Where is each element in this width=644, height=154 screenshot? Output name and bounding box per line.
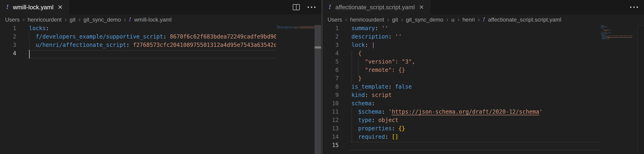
- more-actions-icon[interactable]: [630, 6, 638, 8]
- code-line[interactable]: type: object: [352, 117, 542, 125]
- chevron-separator-icon: ›: [78, 16, 80, 23]
- minimap-line: [276, 28, 314, 30]
- yaml-file-icon: !: [6, 3, 9, 10]
- code-line[interactable]: description: '': [352, 34, 542, 42]
- split-editor-icon[interactable]: [293, 4, 300, 10]
- code-line[interactable]: u/henri/affectionate_script: f2768573cfc…: [29, 42, 276, 50]
- vertical-scrollbar[interactable]: [314, 25, 321, 154]
- line-number-gutter: 1234: [0, 25, 16, 58]
- editor-group-sash[interactable]: [322, 0, 322, 154]
- line-number: 2: [0, 34, 16, 42]
- yaml-file-icon: !: [483, 16, 485, 22]
- line-number: 2: [322, 34, 339, 42]
- code-line[interactable]: is_template: false: [352, 84, 542, 92]
- breadcrumb-item[interactable]: git: [70, 16, 76, 23]
- code-line[interactable]: [29, 50, 276, 58]
- indent-guide: [352, 125, 352, 134]
- tab-label: affectionate_script.script.yaml: [336, 4, 415, 11]
- line-number: 14: [322, 134, 339, 142]
- breadcrumb-item[interactable]: u: [452, 16, 454, 23]
- tab-affectionate-script-yaml[interactable]: ! affectionate_script.script.yaml ✕: [322, 0, 430, 14]
- code-line[interactable]: schema:: [352, 100, 542, 108]
- code-line[interactable]: kind: script: [352, 92, 542, 100]
- indent-guide: [29, 34, 30, 42]
- code-line[interactable]: required: []: [352, 134, 542, 142]
- line-number: 11: [322, 108, 339, 117]
- code-line[interactable]: properties: {}: [352, 125, 542, 134]
- code-line[interactable]: [352, 142, 542, 150]
- code-line[interactable]: }: [352, 75, 542, 84]
- text-cursor: [29, 50, 30, 58]
- code-line[interactable]: lock: |: [352, 42, 542, 50]
- line-number: 1: [322, 25, 339, 34]
- line-number: 4: [322, 50, 339, 58]
- breadcrumb-item[interactable]: henricourdent: [350, 16, 384, 23]
- code-line[interactable]: "version": "3",: [352, 58, 542, 67]
- breadcrumb-item[interactable]: git_sync_demo: [406, 16, 443, 23]
- line-number: 10: [322, 100, 339, 108]
- breadcrumb-file-item[interactable]: wmill-lock.yaml: [134, 16, 172, 23]
- minimap-line: [601, 40, 638, 40]
- code-line[interactable]: f/developers_example/supportive_script: …: [29, 34, 276, 42]
- editor-actions: [630, 0, 638, 14]
- tab-bar: ! wmill-lock.yaml ✕: [0, 0, 322, 14]
- breadcrumb-item[interactable]: Users: [5, 16, 20, 23]
- tab-label: wmill-lock.yaml: [13, 4, 54, 11]
- chevron-separator-icon: ›: [124, 16, 126, 23]
- chevron-separator-icon: ›: [23, 16, 24, 23]
- line-number: 12: [322, 117, 339, 125]
- tab-wmill-lock-yaml[interactable]: ! wmill-lock.yaml ✕: [0, 0, 69, 14]
- line-number: 9: [322, 92, 339, 100]
- chevron-separator-icon: ›: [401, 16, 403, 23]
- indent-guide: [352, 58, 352, 67]
- code-line[interactable]: summary: '': [352, 25, 542, 34]
- indent-guide: [352, 50, 352, 58]
- code-content[interactable]: summary: ''description: ''lock: | { "ver…: [352, 25, 542, 150]
- code-line[interactable]: {: [352, 50, 542, 58]
- breadcrumb: Users›henricourdent›git›git_sync_demo›!w…: [0, 14, 322, 25]
- minimap[interactable]: locks: f/developers_example/supportive_s…: [276, 26, 314, 154]
- chevron-separator-icon: ›: [387, 16, 389, 23]
- breadcrumb-item[interactable]: Users: [328, 16, 342, 23]
- code-line[interactable]: locks:: [29, 25, 276, 34]
- line-number: 13: [322, 125, 339, 134]
- editor-group-left: ! wmill-lock.yaml ✕ Users›henricourdent›…: [0, 0, 322, 154]
- close-icon[interactable]: ✕: [58, 4, 63, 10]
- code-line[interactable]: $schema: 'https://json-schema.org/draft/…: [352, 108, 542, 117]
- editor-actions: [293, 0, 316, 14]
- line-number: 7: [322, 75, 339, 84]
- indent-guide: [29, 42, 30, 50]
- chevron-separator-icon: ›: [458, 16, 459, 23]
- line-number: 1: [0, 25, 16, 34]
- line-number: 5: [322, 58, 339, 67]
- chevron-separator-icon: ›: [345, 16, 347, 23]
- close-icon[interactable]: ✕: [419, 4, 424, 10]
- breadcrumb-file-item[interactable]: affectionate_script.script.yaml: [488, 16, 562, 23]
- code-content[interactable]: locks: f/developers_example/supportive_s…: [29, 25, 276, 58]
- overview-ruler: [638, 25, 644, 154]
- chevron-separator-icon: ›: [446, 16, 448, 23]
- line-number-gutter: 123456789101112131415: [322, 25, 339, 150]
- indent-guide: [358, 67, 359, 75]
- editor-affectionate-script[interactable]: 123456789101112131415 summary: ''descrip…: [322, 25, 644, 154]
- overview-ruler-cursor-marker: [314, 46, 321, 48]
- line-number: 3: [0, 42, 16, 50]
- code-line[interactable]: "remote": {}: [352, 67, 542, 75]
- breadcrumb: Users›henricourdent›git›git_sync_demo›u›…: [322, 14, 644, 25]
- editor-group-right: ! affectionate_script.script.yaml ✕ User…: [322, 0, 644, 154]
- more-actions-icon[interactable]: [308, 6, 316, 8]
- breadcrumb-item[interactable]: henricourdent: [28, 16, 62, 23]
- breadcrumb-item[interactable]: henri: [462, 16, 475, 23]
- indent-guide: [352, 117, 352, 125]
- chevron-separator-icon: ›: [65, 16, 66, 23]
- chevron-separator-icon: ›: [478, 16, 480, 23]
- breadcrumb-item[interactable]: git_sync_demo: [84, 16, 121, 23]
- line-number: 4: [0, 50, 16, 58]
- indent-guide: [352, 134, 352, 142]
- yaml-file-icon: !: [129, 16, 131, 22]
- indent-guide: [358, 58, 359, 67]
- minimap[interactable]: summary: ''description: ''lock: | { "ver…: [601, 26, 638, 154]
- editor-wmill-lock[interactable]: 1234 locks: f/developers_example/support…: [0, 25, 322, 154]
- line-number: 3: [322, 42, 339, 50]
- breadcrumb-item[interactable]: git: [392, 16, 398, 23]
